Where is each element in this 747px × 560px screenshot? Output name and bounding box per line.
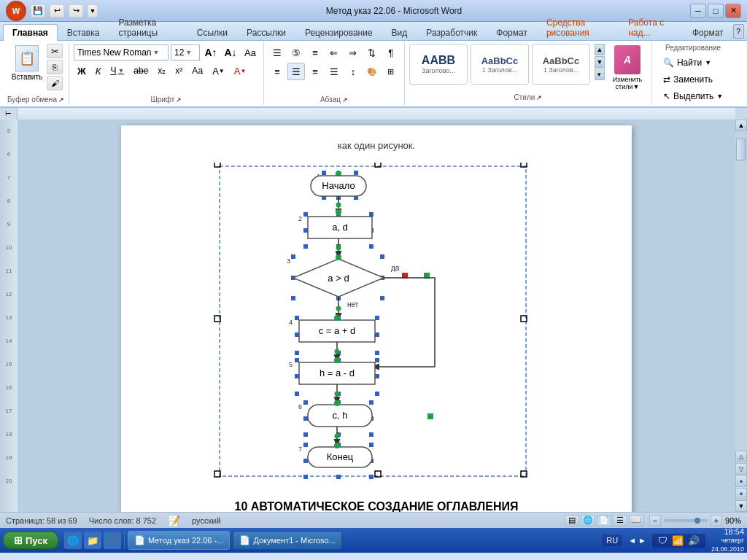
borders-button[interactable]: ⊞ (382, 63, 400, 80)
word-count[interactable]: Число слов: 8 752 (89, 516, 156, 525)
conn2-3-handle[interactable] (336, 246, 341, 251)
view-reading-button[interactable]: 📖 (629, 515, 643, 526)
underline-button[interactable]: Ч▼ (107, 63, 128, 79)
replace-button[interactable]: ⇄ Заменить (657, 72, 729, 87)
spell-check-icon[interactable]: 📝 (168, 515, 180, 526)
tab-format[interactable]: Формат (487, 24, 537, 40)
node6-right-green[interactable] (427, 413, 433, 419)
subscript-button[interactable]: x₂ (154, 63, 169, 79)
zoom-slider[interactable] (664, 519, 708, 522)
font-expand-icon[interactable]: ↗ (176, 96, 182, 104)
node3-tr[interactable] (380, 254, 384, 259)
align-right-button[interactable]: ≡ (306, 63, 324, 80)
node4-tl[interactable] (295, 316, 299, 320)
para-expand-icon[interactable]: ↗ (342, 96, 348, 104)
style-heading1[interactable]: AABB Заголово... (409, 44, 468, 85)
zoom-slider-thumb[interactable] (694, 518, 700, 524)
tab-view[interactable]: Вид (382, 24, 417, 40)
node2-bl[interactable] (303, 244, 308, 249)
node4-bl[interactable] (295, 351, 299, 355)
list-bullets-button[interactable]: ☰ (268, 44, 286, 61)
undo-button[interactable]: ↩ (50, 4, 64, 18)
node2-br[interactable] (369, 244, 374, 249)
start-button[interactable]: ⊞ Пуск (3, 532, 58, 549)
node5-tr[interactable] (375, 358, 379, 362)
node6-br[interactable] (369, 432, 374, 437)
conn5-6-handle[interactable] (335, 392, 340, 397)
paste-button[interactable]: 📋 Вставить (9, 44, 45, 82)
tab-review[interactable]: Рецензирование (295, 24, 382, 40)
cut-button[interactable]: ✂ (47, 44, 63, 58)
tab-mailings[interactable]: Рассылки (237, 24, 295, 40)
scroll-down-button[interactable]: ▼ (735, 500, 747, 512)
redo-button[interactable]: ↪ (69, 4, 83, 18)
view-normal-button[interactable]: ▤ (565, 515, 579, 526)
zoom-out-button[interactable]: − (649, 515, 661, 526)
font-name-dropdown[interactable]: Times New Roman ▼ (74, 44, 169, 61)
node3-top-green[interactable] (336, 254, 341, 260)
node2-tl[interactable] (303, 212, 308, 217)
conn1-2-handle[interactable] (336, 203, 341, 208)
node6-ml[interactable] (303, 416, 308, 421)
conn4-5-handle[interactable] (335, 349, 340, 354)
node2-ml[interactable] (303, 228, 308, 233)
flowchart-svg[interactable]: 1 Начало (209, 163, 544, 483)
style-heading2[interactable]: AaBbCc 1 Заголов... (471, 44, 529, 85)
node4-mr[interactable] (375, 332, 379, 337)
sort-button[interactable]: ⇅ (363, 44, 381, 61)
node2-top-green[interactable] (336, 209, 341, 215)
find-button[interactable]: 🔍 Найти▼ (657, 55, 729, 70)
show-marks-button[interactable]: ¶ (382, 44, 400, 61)
styles-scroll-expand[interactable]: ▾ (595, 69, 605, 80)
node1-tl-handle[interactable] (322, 171, 326, 175)
case-button[interactable]: Аа (188, 63, 206, 79)
font-color-button[interactable]: A▼ (231, 63, 250, 79)
tab-layout[interactable]: Разметка страницы (109, 14, 187, 40)
tab-home[interactable]: Главная (3, 24, 58, 41)
office-button[interactable]: W (6, 1, 26, 21)
node5-bl[interactable] (295, 392, 299, 396)
superscript-button[interactable]: x² (171, 63, 186, 79)
language[interactable]: русский (192, 516, 220, 525)
tab-dev[interactable]: Разработчик (417, 24, 487, 40)
explorer-icon[interactable]: 📁 (84, 532, 101, 549)
scroll-object-up-button[interactable]: ● (735, 475, 747, 487)
highlight-color-button[interactable]: A▼ (209, 63, 228, 79)
decrease-indent-button[interactable]: ⇐ (325, 44, 343, 61)
conn3-4-handle[interactable] (336, 306, 341, 311)
tab-work-with[interactable]: Работа с над... (619, 14, 683, 40)
change-styles-button[interactable]: A Изменитьстили▼ (608, 44, 647, 92)
strikethrough-button[interactable]: abe (130, 63, 152, 79)
node4-tr[interactable] (375, 316, 379, 320)
node7-tr[interactable] (369, 443, 374, 447)
node6-tl[interactable] (303, 400, 308, 405)
ie-icon[interactable]: 🌐 (64, 532, 82, 549)
list-multilevel-button[interactable]: ≡ (306, 44, 324, 61)
list-numbers-button[interactable]: ⑤ (287, 44, 305, 61)
clock[interactable]: 18:54 четверг 24.06.2010 (711, 526, 744, 554)
styles-scroll-down[interactable]: ▼ (595, 56, 605, 68)
media-icon[interactable]: 🎵 (104, 532, 121, 549)
clear-format-button[interactable]: Аа (241, 44, 259, 61)
font-size-dropdown[interactable]: 12 ▼ (171, 44, 200, 61)
format-painter-button[interactable]: 🖌 (47, 76, 63, 90)
node5-tl[interactable] (295, 358, 299, 362)
close-button[interactable]: ✕ (725, 4, 741, 18)
tab-format2[interactable]: Формат (683, 24, 733, 40)
italic-button[interactable]: К (92, 63, 105, 79)
node3-bl[interactable] (291, 296, 295, 300)
node7-ml[interactable] (303, 459, 308, 463)
customize-button[interactable]: ▼ (88, 4, 98, 18)
zoom-in-button[interactable]: + (711, 515, 722, 526)
node2-tr[interactable] (369, 212, 374, 217)
scroll-object-down-button[interactable]: ● (735, 488, 747, 499)
bold-button[interactable]: Ж (74, 63, 90, 79)
node7-top-green[interactable] (334, 443, 340, 448)
increase-font-button[interactable]: A↑ (202, 44, 220, 61)
node3-br[interactable] (380, 296, 384, 300)
view-web-button[interactable]: 🌐 (581, 515, 595, 526)
align-center-button[interactable]: ☰ (287, 63, 305, 80)
scroll-thumb[interactable] (736, 139, 746, 160)
copy-button[interactable]: ⎘ (47, 60, 63, 74)
justify-button[interactable]: ☰ (325, 63, 343, 80)
